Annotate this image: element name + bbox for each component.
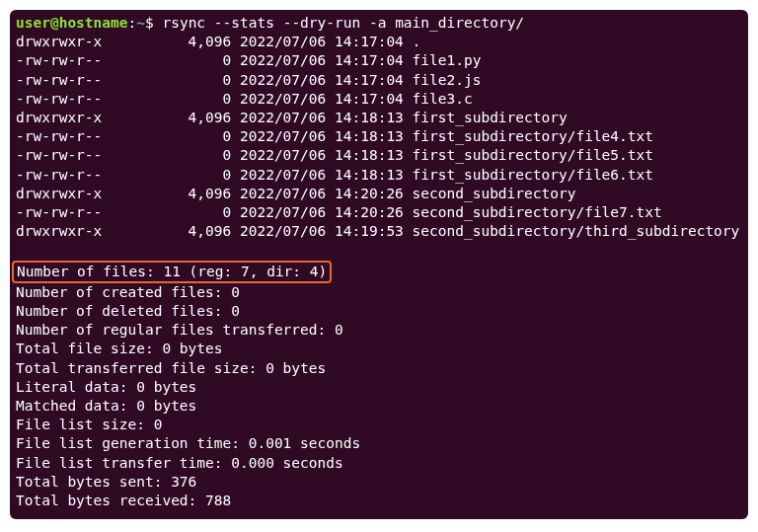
stats-block: Number of created files: 0 Number of del…: [16, 284, 360, 508]
number-of-files-highlight: Number of files: 11 (reg: 7, dir: 4): [12, 261, 332, 283]
file-listing: drwxrwxr-x 4,096 2022/07/06 14:17:04 . -…: [16, 34, 739, 239]
prompt-dollar: $: [145, 15, 154, 31]
prompt-user: user@hostname: [16, 15, 128, 31]
prompt-line-1: user@hostname:~$ rsync --stats --dry-run…: [16, 15, 524, 31]
prompt-path: ~: [136, 15, 145, 31]
prompt-sep: :: [128, 15, 137, 31]
terminal-window[interactable]: user@hostname:~$ rsync --stats --dry-run…: [10, 10, 748, 519]
command-text: rsync --stats --dry-run -a main_director…: [162, 15, 524, 31]
